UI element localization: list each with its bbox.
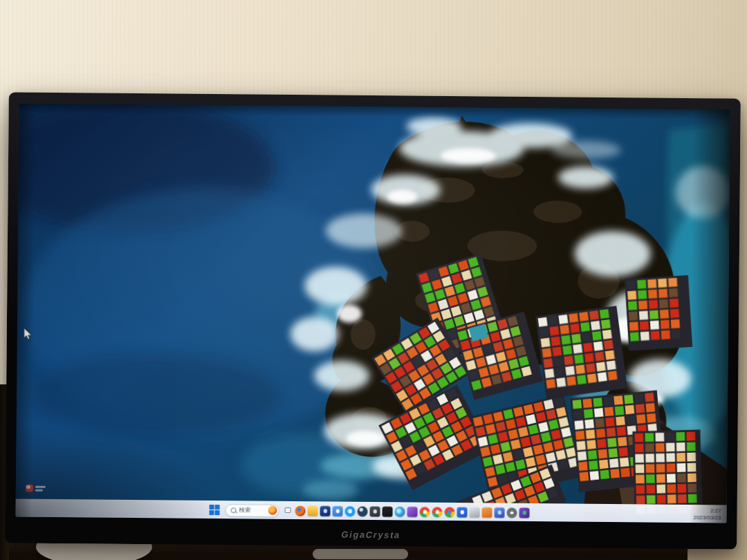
file-explorer-icon[interactable]	[308, 505, 318, 516]
screen: 検索 2:27 2023/03/23	[16, 104, 730, 523]
chrome-icon-detail	[423, 510, 427, 514]
desktop-shortcut[interactable]	[26, 485, 46, 493]
mouse-cursor	[24, 328, 33, 340]
search-box[interactable]: 検索	[225, 504, 279, 517]
chrome-icon[interactable]	[420, 507, 430, 517]
disk-app-icon-detail	[497, 510, 501, 514]
game-app-icon[interactable]	[519, 507, 530, 518]
media-app-icon[interactable]	[370, 506, 380, 516]
media-app-icon-detail	[373, 510, 377, 514]
chrome-icon-2[interactable]	[432, 507, 443, 517]
settings-gear-icon[interactable]	[507, 507, 517, 518]
edge-icon[interactable]	[395, 506, 405, 516]
windows-logo-icon	[210, 505, 220, 515]
monitor-brand-logo: GigaCrysta	[340, 530, 401, 541]
firefox-icon[interactable]	[295, 505, 306, 516]
monitor-stand	[313, 549, 408, 559]
chrome-icon-3-detail	[448, 510, 452, 514]
photos-icon[interactable]	[320, 505, 331, 516]
search-icon	[231, 507, 237, 513]
visual-studio-icon[interactable]	[407, 506, 418, 516]
photo-of-monitor-scene: 検索 2:27 2023/03/23 GigaCrysta	[0, 0, 747, 560]
app-grid-icon[interactable]	[457, 507, 468, 517]
chrome-icon-3[interactable]	[445, 507, 455, 517]
search-highlight-icon[interactable]	[268, 506, 277, 515]
task-view-icon[interactable]	[285, 507, 291, 513]
app-grid-icon-detail	[460, 510, 464, 514]
disk-app-icon[interactable]	[495, 507, 505, 518]
clock-date: 2023/03/23	[693, 514, 721, 521]
chrome-icon-2-detail	[435, 510, 439, 514]
window-app-icon[interactable]	[470, 507, 480, 517]
steam-icon[interactable]	[358, 506, 368, 516]
clock-time: 2:27	[694, 507, 721, 514]
taskbar-app-icons	[295, 505, 530, 518]
mail-icon[interactable]	[333, 506, 343, 516]
start-button[interactable]	[209, 504, 221, 516]
search-placeholder: 検索	[239, 507, 266, 514]
game-app-icon-detail	[522, 511, 526, 515]
orange-app-icon[interactable]	[482, 507, 492, 517]
mail-icon-detail	[335, 509, 340, 513]
twitter-icon-detail	[348, 509, 352, 513]
desktop-shortcut-label	[35, 485, 46, 493]
photos-icon-detail	[323, 509, 327, 513]
desktop-wallpaper	[16, 104, 730, 523]
twitter-icon[interactable]	[345, 506, 356, 516]
desktop-shortcut-icon	[26, 485, 33, 492]
terminal-icon[interactable]	[382, 506, 393, 516]
monitor: 検索 2:27 2023/03/23 GigaCrysta	[5, 92, 741, 549]
taskbar-clock[interactable]: 2:27 2023/03/23	[693, 507, 721, 521]
